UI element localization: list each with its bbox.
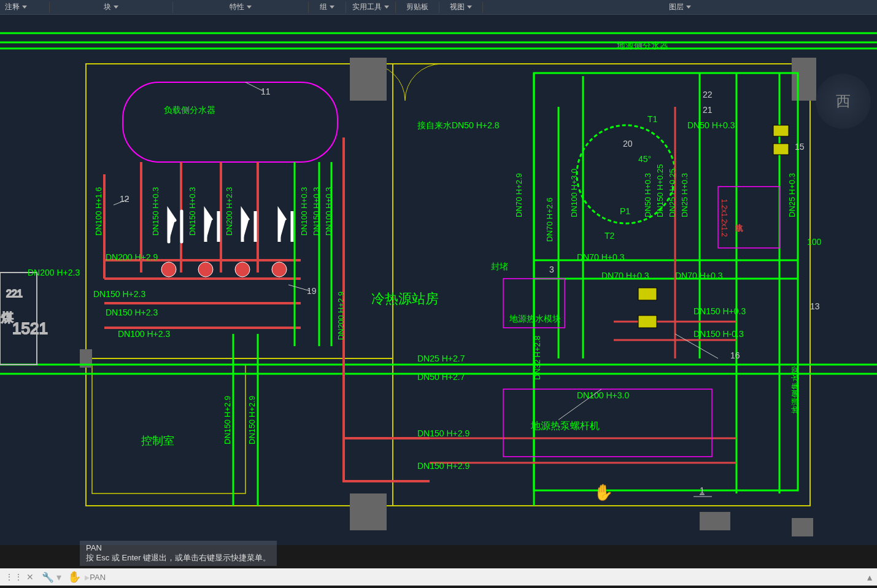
svg-text:11: 11 [261,87,271,96]
svg-text:DN25 H+2.7: DN25 H+2.7 [417,354,465,363]
svg-text:15: 15 [795,142,805,152]
svg-text:DN100 H+2.3: DN100 H+2.3 [118,329,170,339]
svg-text:DN50 H+2.7: DN50 H+2.7 [417,372,465,382]
svg-text:DN150 H+2.9: DN150 H+2.9 [247,396,257,444]
pan-cursor-icon: ✋ [593,483,613,502]
svg-rect-5 [350,493,387,530]
svg-text:地源热水模块: 地源热水模块 [509,314,561,323]
svg-text:22: 22 [703,90,713,99]
svg-text:20: 20 [623,139,633,149]
svg-text:DN150 H+2.3: DN150 H+2.3 [106,308,158,317]
svg-text:1521: 1521 [12,319,48,338]
svg-text:DN50 H+0.3: DN50 H+0.3 [643,173,652,217]
svg-text:DN70 H+0.3: DN70 H+0.3 [675,271,723,280]
svg-text:T1: T1 [647,114,658,124]
cmd-history: PAN 按 Esc 或 Enter 键退出，或单击右键显示快捷菜单。 [80,541,277,566]
svg-text:12: 12 [120,194,129,204]
svg-text:DN70 H+0.3: DN70 H+0.3 [577,252,625,262]
svg-rect-0 [86,64,810,506]
svg-text:DN150 H+2.3: DN150 H+2.3 [93,289,145,299]
svg-rect-4 [350,58,387,101]
svg-text:1: 1 [700,485,705,495]
svg-text:地源侧集水管: 地源侧集水管 [790,366,800,414]
drag-handle-icon[interactable]: ⋮⋮ ✕ [5,572,34,582]
svg-text:DN200 H+2.9: DN200 H+2.9 [336,292,346,340]
svg-text:DN25 H+0.25: DN25 H+0.25 [668,169,677,217]
svg-text:221: 221 [6,288,23,299]
ribbon-tab-annotate[interactable]: 注释 [0,2,49,12]
svg-rect-8 [700,512,730,530]
svg-text:煤: 煤 [1,311,14,324]
cmd-input-bar[interactable]: ⋮⋮ ✕ 🔧 ▾ ✋ ▸ PAN ▴ [0,568,877,586]
svg-text:DN150 H+2.9: DN150 H+2.9 [417,428,469,438]
svg-point-28 [272,262,287,277]
ribbon-tab-clipboard[interactable]: 剪贴板 [396,2,439,12]
svg-rect-60 [773,125,789,136]
svg-text:DN150 H-0.3: DN150 H-0.3 [693,329,744,339]
svg-text:DN150 H+2.9: DN150 H+2.9 [417,461,469,471]
ribbon-tab-block[interactable]: 块 [50,2,172,12]
svg-text:19: 19 [307,286,317,296]
ribbon-tab-group[interactable]: 组 [309,2,346,12]
svg-text:1.2x1.2x1.2: 1.2x1.2x1.2 [720,199,728,237]
svg-point-26 [198,262,213,277]
svg-text:DN150 H+0.3: DN150 H+0.3 [188,187,197,236]
svg-text:45°: 45° [638,154,651,164]
svg-text:3: 3 [549,265,554,274]
svg-text:100: 100 [807,237,822,247]
svg-text:DN100 H+3.0: DN100 H+3.0 [570,169,579,217]
svg-text:地源热泵螺杆机: 地源热泵螺杆机 [530,420,600,431]
svg-text:13: 13 [810,301,820,311]
svg-text:接自来水DN50 H+2.8: 接自来水DN50 H+2.8 [417,120,500,130]
svg-text:DN100 H+3.0: DN100 H+3.0 [577,390,629,400]
svg-text:DN70 H+0.3: DN70 H+0.3 [601,271,649,280]
svg-rect-58 [638,288,657,300]
ribbon-tab-utils[interactable]: 实用工具 [346,2,395,12]
svg-rect-15 [123,82,338,162]
label-ground-side-separator: 地源侧分水器 [616,41,668,50]
svg-rect-61 [773,144,789,155]
ribbon-tab-view[interactable]: 视图 [439,2,482,12]
svg-text:DN70 H+2.6: DN70 H+2.6 [545,198,554,242]
pan-hand-icon: ✋ [68,570,81,584]
svg-rect-7 [792,58,816,101]
svg-text:DN25 H+0.3: DN25 H+0.3 [680,173,689,217]
ribbon-tab-properties[interactable]: 特性 [173,2,308,12]
svg-text:DN150 H+0.3: DN150 H+0.3 [693,306,746,316]
svg-text:DN150 H+0.3: DN150 H+0.3 [312,187,321,236]
svg-text:16: 16 [730,350,740,360]
svg-text:DN150 H+0.25: DN150 H+0.25 [655,164,665,217]
svg-text:DN25 H+0.3: DN25 H+0.3 [787,173,797,217]
cad-canvas[interactable]: 负载侧分水器 地源侧分水器 冷热源站房 控制室 煤 [0,15,877,545]
svg-text:T2: T2 [605,231,615,241]
svg-text:DN32 H+2.8: DN32 H+2.8 [533,336,542,380]
svg-text:DN50 H+0.3: DN50 H+0.3 [687,120,735,130]
svg-point-25 [161,262,176,277]
label-load-side-separator: 负载侧分水器 [164,105,215,115]
svg-text:DN200 H+2.3: DN200 H+2.3 [28,268,80,277]
svg-text:DN150 H+0.3: DN150 H+0.3 [151,187,160,236]
label-cold-hot-room: 冷热源站房 [371,291,439,306]
viewcube[interactable]: 西 [816,74,871,129]
cmd-active-text[interactable]: PAN [90,573,867,582]
label-control-room: 控制室 [141,435,174,447]
customize-icon[interactable]: 🔧 ▾ [42,571,61,583]
svg-rect-9 [792,518,813,536]
ribbon-tab-layers[interactable]: 图层 [483,2,877,12]
svg-text:DN100 H+0.3: DN100 H+0.3 [324,187,333,236]
svg-text:DN200 H+2.3: DN200 H+2.3 [225,187,234,236]
svg-text:P1: P1 [620,206,630,216]
command-line-panel: PAN 按 Esc 或 Enter 键退出，或单击右键显示快捷菜单。 ⋮⋮ ✕ … [0,545,877,588]
svg-text:DN70 H+2.9: DN70 H+2.9 [514,173,523,217]
svg-text:DN100 H+1.6: DN100 H+1.6 [94,187,103,236]
svg-text:DN150 H+2.9: DN150 H+2.9 [223,396,232,444]
ribbon: 注释 块 特性 组 实用工具 剪贴板 视图 图层 [0,0,877,15]
svg-point-27 [235,262,250,277]
svg-text:封堵: 封堵 [491,261,508,271]
cmd-history-caret-icon[interactable]: ▴ [867,571,872,583]
svg-text:21: 21 [703,105,713,115]
svg-rect-59 [638,315,657,328]
svg-text:DN100 H+0.3: DN100 H+0.3 [299,187,309,236]
svg-text:DN200 H+2.9: DN200 H+2.9 [106,252,158,262]
